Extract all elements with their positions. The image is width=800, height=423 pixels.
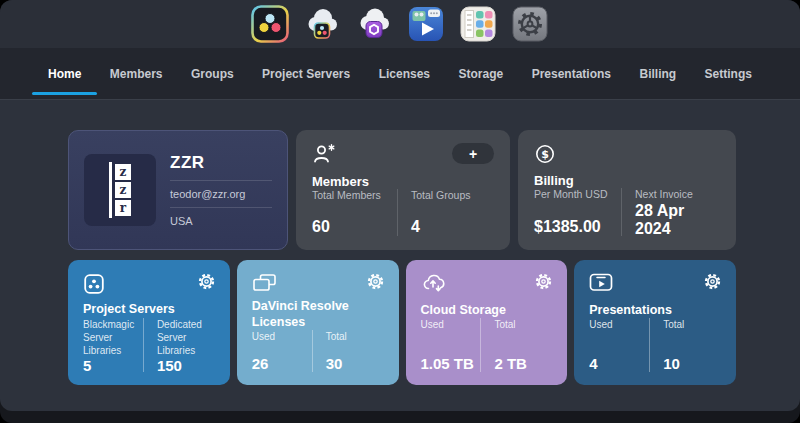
divider [397,189,398,236]
divider [649,318,650,372]
media-library-icon[interactable] [459,5,497,43]
presentations-total-value: 10 [663,355,721,372]
total-groups-label: Total Groups [411,189,494,203]
project-servers-title: Project Servers [83,302,215,318]
tab-presentations[interactable]: Presentations [528,48,615,99]
main-nav: Home Members Groups Project Servers Lice… [0,48,800,100]
organization-email: teodor@zzr.org [170,188,272,200]
app-window: Home Members Groups Project Servers Lice… [0,0,800,423]
project-servers-settings-gear-icon[interactable] [198,273,215,290]
organization-name: ZZR [170,153,272,173]
per-month-value: $1385.00 [534,218,619,236]
blackmagic-libraries-value: 5 [83,357,141,374]
organization-country: USA [170,215,272,227]
cloud-storage-card: Cloud Storage Used 1.05 TB Total 2 TB [406,260,568,385]
dedicated-libraries-value: 150 [157,357,215,374]
logo-letter: z [115,164,131,180]
cloud-storage-title: Cloud Storage [421,303,553,319]
presentations-play-icon [589,273,613,292]
settings-app-icon[interactable] [511,5,549,43]
presentations-used-label: Used [589,318,647,331]
app-dock-bar [0,0,800,48]
per-month-label: Per Month USD [534,188,619,202]
licenses-displays-icon [252,273,278,293]
summary-card-row: z z r ZZR teodor@zzr.org USA [68,130,736,250]
resource-card-row: Project Servers Blackmagic Server Librar… [68,260,736,385]
storage-used-value: 1.05 TB [421,355,479,372]
presentations-settings-gear-icon[interactable] [704,273,721,290]
dedicated-libraries-label: Dedicated Server Libraries [157,318,215,357]
total-members-value: 60 [312,218,395,236]
divider [143,318,144,372]
logo-letter: z [115,182,131,198]
presentations-used-value: 4 [589,355,647,372]
tab-billing[interactable]: Billing [635,48,680,99]
tab-home[interactable]: Home [44,48,85,99]
presentations-app-icon[interactable] [407,5,445,43]
divider [480,318,481,372]
licenses-settings-gear-icon[interactable] [367,273,384,290]
presentations-title: Presentations [589,303,721,319]
next-invoice-label: Next Invoice [635,188,720,202]
divider [170,180,272,181]
resolve-licenses-card: DaVinci Resolve Licenses Used 26 Total 3… [237,260,399,385]
cloud-store-icon[interactable] [355,5,393,43]
billing-card-title: Billing [534,173,720,188]
members-card: + Members Total Members 60 Total Groups … [296,130,510,250]
members-card-title: Members [312,174,494,189]
members-icon [312,143,336,165]
divider [170,207,272,208]
divider [312,330,313,372]
organization-logo: z z r [84,154,156,226]
tab-groups[interactable]: Groups [187,48,238,99]
tab-storage[interactable]: Storage [454,48,507,99]
dashboard-content: z z r ZZR teodor@zzr.org USA [0,100,800,411]
blackmagic-libraries-label: Blackmagic Server Libraries [83,318,141,357]
logo-bar [109,162,112,218]
presentations-card: Presentations Used 4 Total 10 [574,260,736,385]
tab-project-servers[interactable]: Project Servers [258,48,354,99]
tab-settings[interactable]: Settings [701,48,756,99]
licenses-total-value: 30 [326,355,384,372]
next-invoice-value: 28 Apr 2024 [635,202,720,238]
project-servers-card: Project Servers Blackmagic Server Librar… [68,260,230,385]
davinci-resolve-icon[interactable] [251,5,289,43]
tab-members[interactable]: Members [106,48,167,99]
cloud-sync-icon [421,273,445,293]
storage-total-value: 2 TB [494,355,552,372]
cloud-storage-settings-gear-icon[interactable] [535,273,552,290]
licenses-total-label: Total [326,330,384,343]
billing-card: $ Billing Per Month USD $1385.00 Next In… [518,130,736,250]
total-members-label: Total Members [312,189,395,203]
total-groups-value: 4 [411,218,494,236]
storage-total-label: Total [494,318,552,331]
divider [621,188,622,236]
billing-dollar-icon: $ [534,143,556,165]
logo-letter: r [115,200,131,216]
licenses-used-value: 26 [252,355,310,372]
svg-text:$: $ [541,148,549,161]
storage-used-label: Used [421,318,479,331]
tab-licenses[interactable]: Licenses [375,48,434,99]
licenses-used-label: Used [252,330,310,343]
licenses-title: DaVinci Resolve Licenses [252,299,384,330]
davinci-resolve-cloud-icon[interactable] [303,5,341,43]
presentations-total-label: Total [663,318,721,331]
add-member-button[interactable]: + [452,143,494,164]
project-servers-icon [83,273,105,295]
organization-card: z z r ZZR teodor@zzr.org USA [68,130,288,250]
